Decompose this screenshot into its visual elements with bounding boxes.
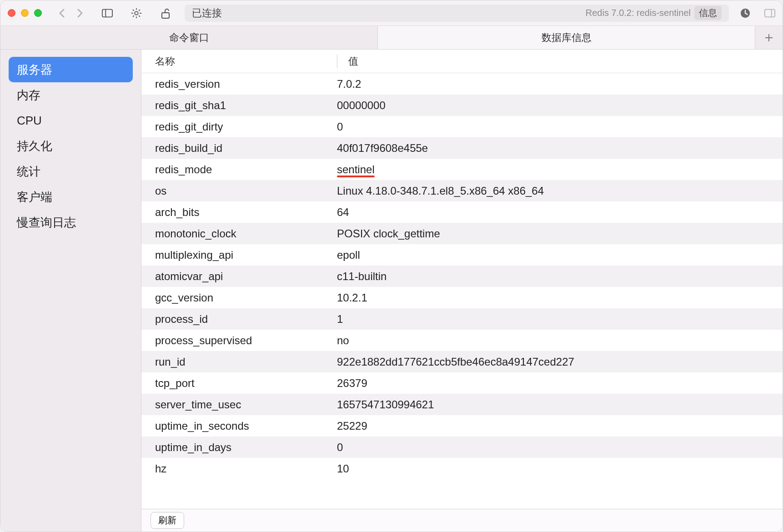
connection-name: Redis 7.0.2: redis-sentinel: [586, 8, 691, 18]
cell-value: 10.2.1: [337, 291, 783, 304]
cell-value: 40f017f9608e455e: [337, 142, 783, 155]
add-tab-button[interactable]: [755, 26, 783, 49]
cell-value: 25229: [337, 420, 783, 432]
info-badge[interactable]: 信息: [694, 6, 722, 20]
table-row[interactable]: redis_git_sha100000000: [141, 95, 783, 116]
sidebar-item-4[interactable]: 统计: [9, 159, 133, 184]
cell-value: 1: [337, 313, 783, 326]
cell-name: gcc_version: [155, 291, 337, 304]
svg-line-10: [139, 10, 140, 11]
svg-line-8: [139, 15, 140, 17]
svg-line-9: [133, 15, 134, 17]
sidebar-item-0[interactable]: 服务器: [9, 57, 133, 82]
highlight-underline: [337, 176, 375, 177]
table-row[interactable]: process_id1: [141, 308, 783, 330]
table-row[interactable]: osLinux 4.18.0-348.7.1.el8_5.x86_64 x86_…: [141, 180, 783, 201]
sidebar: 服务器内存CPU持久化统计客户端慢查询日志: [0, 50, 141, 532]
tab-command-window[interactable]: 命令窗口: [0, 26, 378, 49]
table-row[interactable]: hz10: [141, 458, 783, 479]
sidebar-item-3[interactable]: 持久化: [9, 133, 133, 159]
svg-line-7: [133, 10, 134, 11]
cell-value: 26379: [337, 377, 783, 390]
cell-name: os: [155, 185, 337, 197]
clock-icon[interactable]: [740, 8, 751, 19]
table-header: 名称 值: [141, 50, 783, 73]
footer: 刷新: [141, 509, 783, 532]
right-toolbar: [740, 8, 775, 19]
lock-open-icon[interactable]: [160, 8, 171, 19]
header-value: 值: [348, 55, 358, 68]
cell-name: redis_git_sha1: [155, 99, 337, 112]
main-area: 服务器内存CPU持久化统计客户端慢查询日志 名称 值 redis_version…: [0, 50, 783, 532]
cell-value: POSIX clock_gettime: [337, 227, 783, 240]
forward-button[interactable]: [76, 8, 84, 19]
sidebar-item-label: 服务器: [17, 62, 52, 78]
svg-rect-11: [162, 13, 169, 18]
cell-name: redis_version: [155, 78, 337, 90]
maximize-window-button[interactable]: [34, 9, 42, 17]
cell-name: process_id: [155, 313, 337, 326]
sidebar-item-6[interactable]: 慢查询日志: [9, 210, 133, 235]
cell-value: no: [337, 334, 783, 347]
header-divider: [337, 55, 337, 68]
table-row[interactable]: tcp_port26379: [141, 372, 783, 394]
sidebar-item-2[interactable]: CPU: [9, 108, 133, 133]
cell-name: uptime_in_days: [155, 441, 337, 454]
table-row[interactable]: process_supervisedno: [141, 330, 783, 351]
status-bar: 已连接 Redis 7.0.2: redis-sentinel 信息: [185, 5, 729, 22]
table-row[interactable]: redis_modesentinel: [141, 159, 783, 180]
cell-value: 1657547130994621: [337, 398, 783, 411]
refresh-button[interactable]: 刷新: [151, 512, 184, 529]
cell-value: c11-builtin: [337, 270, 783, 283]
cell-name: multiplexing_api: [155, 249, 337, 261]
header-name: 名称: [155, 55, 337, 68]
cell-name: atomicvar_api: [155, 270, 337, 283]
back-button[interactable]: [58, 8, 65, 19]
sidebar-item-label: 内存: [17, 87, 40, 103]
sidebar-item-label: 统计: [17, 164, 40, 180]
cell-value: Linux 4.18.0-348.7.1.el8_5.x86_64 x86_64: [337, 185, 783, 197]
table-row[interactable]: redis_build_id40f017f9608e455e: [141, 137, 783, 159]
cell-name: tcp_port: [155, 377, 337, 390]
panel-toggle-icon[interactable]: [764, 8, 775, 19]
cell-name: monotonic_clock: [155, 227, 337, 240]
cell-name: process_supervised: [155, 334, 337, 347]
svg-rect-13: [765, 9, 775, 17]
tab-label: 命令窗口: [169, 31, 209, 45]
close-window-button[interactable]: [8, 9, 15, 17]
sidebar-item-1[interactable]: 内存: [9, 82, 133, 108]
cell-value: sentinel: [337, 163, 783, 176]
table-body[interactable]: redis_version7.0.2redis_git_sha100000000…: [141, 73, 783, 509]
cell-name: uptime_in_seconds: [155, 420, 337, 432]
svg-point-2: [135, 11, 138, 15]
table-row[interactable]: uptime_in_seconds25229: [141, 415, 783, 437]
cell-name: redis_mode: [155, 163, 337, 176]
table-row[interactable]: monotonic_clockPOSIX clock_gettime: [141, 223, 783, 244]
cell-value: 64: [337, 206, 783, 219]
cell-name: run_id: [155, 356, 337, 368]
cell-value: 0: [337, 441, 783, 454]
tabs-row: 命令窗口 数据库信息: [0, 26, 783, 50]
table-row[interactable]: redis_version7.0.2: [141, 73, 783, 95]
table-row[interactable]: atomicvar_apic11-builtin: [141, 266, 783, 287]
minimize-window-button[interactable]: [21, 9, 29, 17]
sidebar-item-label: 慢查询日志: [17, 215, 76, 231]
table-row[interactable]: arch_bits64: [141, 201, 783, 223]
cell-value: 00000000: [337, 99, 783, 112]
content: 名称 值 redis_version7.0.2redis_git_sha1000…: [141, 50, 783, 532]
sidebar-toggle-icon[interactable]: [102, 8, 113, 19]
cell-name: arch_bits: [155, 206, 337, 219]
sidebar-item-5[interactable]: 客户端: [9, 184, 133, 210]
cell-name: server_time_usec: [155, 398, 337, 411]
toolbar-icons: [102, 8, 171, 19]
nav-arrows: [58, 8, 84, 19]
tab-database-info[interactable]: 数据库信息: [378, 26, 755, 49]
table-row[interactable]: server_time_usec1657547130994621: [141, 394, 783, 415]
gear-icon[interactable]: [131, 8, 142, 19]
table-row[interactable]: run_id922e1882dd177621ccb5fbe46ec8a49147…: [141, 351, 783, 372]
table-row[interactable]: gcc_version10.2.1: [141, 287, 783, 308]
table-row[interactable]: multiplexing_apiepoll: [141, 244, 783, 266]
table-row[interactable]: redis_git_dirty0: [141, 116, 783, 137]
titlebar: 已连接 Redis 7.0.2: redis-sentinel 信息: [0, 0, 783, 26]
table-row[interactable]: uptime_in_days0: [141, 437, 783, 458]
